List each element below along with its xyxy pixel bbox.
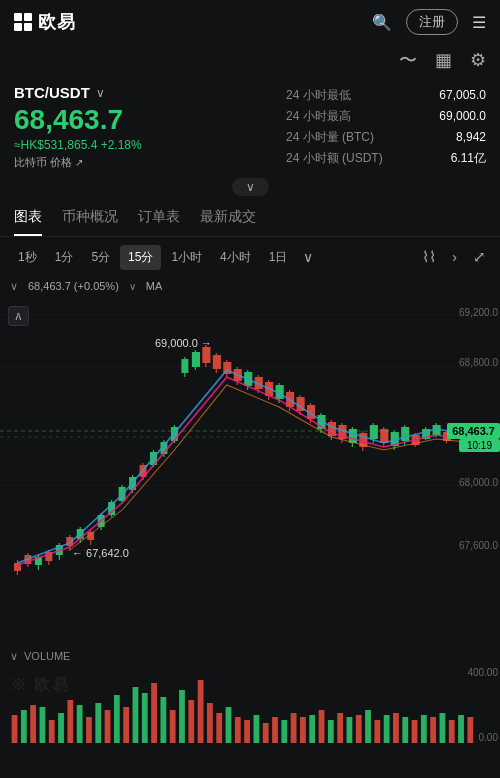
list-icon[interactable]: ▦ [435, 49, 452, 71]
price-left: BTC/USDT ∨ 68,463.7 ≈HK$531,865.4 +2.18%… [14, 84, 286, 170]
svg-rect-106 [160, 697, 166, 743]
stat-label-high: 24 小时最高 [286, 108, 351, 125]
svg-rect-99 [95, 703, 101, 743]
svg-rect-97 [77, 705, 83, 743]
tf-1m[interactable]: 1分 [47, 245, 82, 270]
svg-rect-76 [380, 429, 388, 443]
tf-1s[interactable]: 1秒 [10, 245, 45, 270]
logo-icon [14, 13, 32, 31]
top-nav: 欧易 🔍 注册 ☰ [0, 0, 500, 44]
tab-orderbook[interactable]: 订单表 [138, 200, 180, 236]
svg-rect-91 [21, 710, 27, 743]
svg-rect-109 [188, 700, 194, 743]
main-price: 68,463.7 [14, 105, 286, 136]
chart-info-bar: ∨ 68,463.7 (+0.05%) ∨ MA [0, 276, 500, 295]
tf-1h[interactable]: 1小时 [163, 245, 210, 270]
svg-rect-131 [393, 713, 399, 743]
stat-row-high: 24 小时最高 69,000.0 [286, 108, 486, 125]
wave-icon[interactable]: 〜 [399, 48, 417, 72]
svg-rect-70 [349, 429, 357, 443]
register-button[interactable]: 注册 [406, 9, 458, 35]
logo-text: 欧易 [38, 10, 76, 34]
svg-rect-102 [123, 707, 129, 743]
volume-svg [0, 665, 500, 745]
tf-15m[interactable]: 15分 [120, 245, 161, 270]
svg-rect-134 [421, 715, 427, 743]
chart-canvas: 69,200.0 68,800.0 68,000.0 67,600.0 68,4… [0, 295, 500, 605]
svg-rect-126 [347, 717, 353, 743]
volume-section: ∨ VOLUME [0, 646, 500, 745]
svg-rect-94 [49, 720, 55, 743]
svg-rect-138 [458, 715, 464, 743]
svg-rect-100 [105, 710, 111, 743]
stat-value-vol-btc: 8,942 [456, 130, 486, 144]
search-icon[interactable]: 🔍 [372, 13, 392, 32]
logo-area: 欧易 [14, 10, 76, 34]
pair-dropdown-icon[interactable]: ∨ [96, 86, 105, 100]
compare-icon[interactable]: › [448, 246, 461, 268]
tf-4h[interactable]: 4小时 [212, 245, 259, 270]
volume-header: ∨ VOLUME [0, 646, 500, 665]
stat-row-vol-usdt: 24 小时额 (USDT) 6.11亿 [286, 150, 486, 167]
tf-1d[interactable]: 1日 [261, 245, 296, 270]
svg-rect-95 [58, 713, 64, 743]
external-link-icon: ↗ [75, 157, 83, 168]
price-stats: 24 小时最低 67,005.0 24 小时最高 69,000.0 24 小时量… [286, 84, 486, 170]
settings-icon[interactable]: ⚙ [470, 49, 486, 71]
svg-rect-122 [309, 715, 315, 743]
tabs-row: 图表 币种概况 订单表 最新成交 [0, 200, 500, 237]
svg-rect-96 [67, 700, 73, 743]
timeframe-row: 1秒 1分 5分 15分 1小时 4小时 1日 ∨ ⌇⌇ › ⤢ [0, 237, 500, 276]
tf-more-icon[interactable]: ∨ [297, 245, 319, 269]
stat-label-vol-usdt: 24 小时额 (USDT) [286, 150, 383, 167]
svg-rect-111 [207, 703, 213, 743]
price-label-4: 67,600.0 [459, 540, 498, 551]
stat-row-low: 24 小时最低 67,005.0 [286, 87, 486, 104]
svg-rect-121 [300, 717, 306, 743]
stat-value-high: 69,000.0 [439, 109, 486, 123]
svg-rect-74 [370, 425, 378, 439]
svg-rect-104 [142, 693, 148, 743]
svg-rect-125 [337, 713, 343, 743]
svg-rect-117 [263, 723, 269, 743]
volume-label-high: 400.00 [467, 667, 498, 678]
fullscreen-icon[interactable]: ⤢ [469, 246, 490, 268]
svg-rect-123 [319, 710, 325, 743]
current-price-badge: 68,463.7 [447, 423, 500, 439]
svg-rect-132 [402, 717, 408, 743]
svg-rect-107 [170, 710, 176, 743]
stat-label-vol-btc: 24 小时量 (BTC) [286, 129, 374, 146]
tab-trades[interactable]: 最新成交 [200, 200, 256, 236]
svg-rect-80 [401, 427, 409, 441]
tab-overview[interactable]: 币种概况 [62, 200, 118, 236]
svg-rect-115 [244, 720, 250, 743]
current-time-badge: 10:19 [459, 439, 500, 452]
tab-chart[interactable]: 图表 [14, 200, 42, 236]
indicator-icon[interactable]: ⌇⌇ [418, 246, 440, 268]
svg-rect-42 [202, 347, 210, 363]
volume-label-zero: 0.00 [479, 732, 498, 743]
stat-label-low: 24 小时最低 [286, 87, 351, 104]
expand-button[interactable]: ∨ [232, 178, 269, 196]
svg-rect-119 [281, 720, 287, 743]
tf-5m[interactable]: 5分 [83, 245, 118, 270]
secondary-nav: 〜 ▦ ⚙ [0, 44, 500, 76]
volume-arrow-icon: ∨ [10, 650, 18, 663]
svg-rect-93 [40, 707, 46, 743]
svg-rect-124 [328, 720, 334, 743]
stat-row-vol-btc: 24 小时量 (BTC) 8,942 [286, 129, 486, 146]
price-label-2: 68,800.0 [459, 357, 498, 368]
svg-rect-98 [86, 717, 92, 743]
nav-right: 🔍 注册 ☰ [372, 9, 486, 35]
pair-name[interactable]: BTC/USDT [14, 84, 90, 101]
chart-ma-arrow: ∨ [129, 281, 136, 292]
volume-label: VOLUME [24, 650, 70, 662]
stat-value-vol-usdt: 6.11亿 [451, 150, 486, 167]
price-header: BTC/USDT ∨ 68,463.7 ≈HK$531,865.4 +2.18%… [0, 76, 500, 176]
svg-rect-139 [467, 717, 473, 743]
menu-icon[interactable]: ☰ [472, 13, 486, 32]
svg-rect-128 [365, 710, 371, 743]
price-label-top: 69,200.0 [459, 307, 498, 318]
svg-rect-103 [133, 687, 139, 743]
svg-rect-92 [30, 705, 36, 743]
